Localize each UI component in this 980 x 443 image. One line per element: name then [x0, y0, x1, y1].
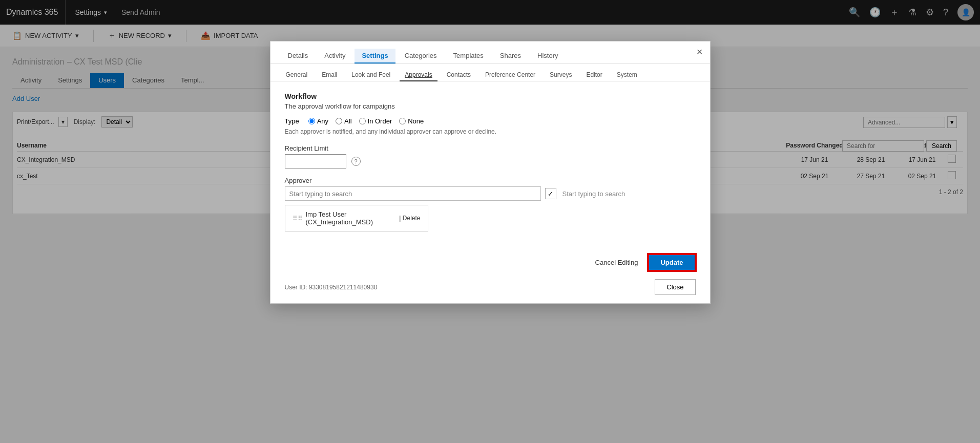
approver-input-row: ✓ Start typing to search	[285, 186, 696, 201]
user-id-label: User ID: 93308195821211480930	[285, 284, 378, 291]
modal-footer: Cancel Editing Update	[270, 248, 710, 276]
type-label: Type	[285, 117, 299, 125]
subtab-preference-center[interactable]: Preference Center	[480, 69, 540, 81]
approver-search-hint: Start typing to search	[562, 190, 625, 198]
subtab-system[interactable]: System	[612, 69, 642, 81]
modal-body: Workflow The approval workflow for campa…	[270, 82, 710, 248]
radio-hint: Each approver is notified, and any indiv…	[285, 128, 696, 135]
modal-tab-history[interactable]: History	[530, 49, 565, 64]
approver-checkbox[interactable]: ✓	[545, 188, 556, 199]
modal-overlay: × Details Activity Settings Categories T…	[0, 0, 980, 443]
type-radio-group: Type Any All In Order N	[285, 117, 696, 125]
workflow-description: The approval workflow for campaigns	[285, 102, 696, 110]
subtab-editor[interactable]: Editor	[581, 69, 607, 81]
recipient-limit-group: Recipient Limit ?	[285, 144, 696, 168]
subtab-surveys[interactable]: Surveys	[545, 69, 577, 81]
modal-tabs: Details Activity Settings Categories Tem…	[270, 41, 710, 64]
modal-tab-templates[interactable]: Templates	[446, 49, 491, 64]
modal-close-button[interactable]: ×	[697, 47, 703, 57]
radio-all[interactable]: All	[336, 117, 351, 125]
radio-any[interactable]: Any	[308, 117, 328, 125]
cancel-editing-button[interactable]: Cancel Editing	[590, 256, 643, 269]
approver-name: Imp Test User (CX_Integration_MSD)	[306, 210, 400, 226]
recipient-limit-input[interactable]	[285, 154, 346, 168]
close-button[interactable]: Close	[655, 279, 695, 295]
modal-tab-categories[interactable]: Categories	[398, 49, 444, 64]
modal-subtabs: General Email Look and Feel Approvals Co…	[270, 64, 710, 82]
radio-in-order[interactable]: In Order	[359, 117, 392, 125]
subtab-email[interactable]: Email	[317, 69, 342, 81]
subtab-general[interactable]: General	[281, 69, 313, 81]
help-icon[interactable]: ?	[351, 157, 361, 166]
approver-search-input[interactable]	[285, 186, 541, 201]
approver-group: Approver ✓ Start typing to search ⠿⠿ Imp…	[285, 177, 696, 231]
approver-label: Approver	[285, 177, 696, 184]
modal-tab-settings[interactable]: Settings	[355, 49, 395, 64]
workflow-title: Workflow	[285, 92, 696, 100]
main-area: Administration – CX Test MSD (Clie Activ…	[0, 47, 980, 443]
modal-dialog: × Details Activity Settings Categories T…	[270, 41, 711, 304]
approver-drag-handle[interactable]: ⠿⠿	[293, 215, 303, 222]
subtab-look-and-feel[interactable]: Look and Feel	[346, 69, 395, 81]
modal-tab-activity[interactable]: Activity	[317, 49, 352, 64]
approver-entry: ⠿⠿ Imp Test User (CX_Integration_MSD) | …	[285, 205, 428, 231]
recipient-limit-label: Recipient Limit	[285, 144, 696, 152]
update-button[interactable]: Update	[648, 254, 695, 271]
approver-delete-link[interactable]: | Delete	[399, 215, 420, 222]
subtab-approvals[interactable]: Approvals	[400, 69, 437, 81]
subtab-contacts[interactable]: Contacts	[442, 69, 476, 81]
modal-tab-shares[interactable]: Shares	[493, 49, 528, 64]
radio-none[interactable]: None	[399, 117, 424, 125]
modal-tab-details[interactable]: Details	[281, 49, 316, 64]
modal-bottom: User ID: 93308195821211480930 Close	[270, 276, 710, 303]
